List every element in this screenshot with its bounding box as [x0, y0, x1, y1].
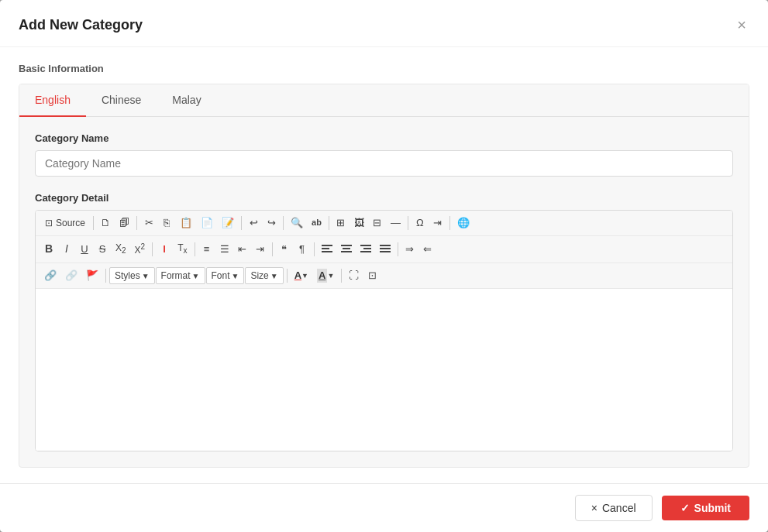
sep-11: [314, 242, 315, 256]
indent-icon: ⇥: [433, 216, 442, 230]
category-name-input[interactable]: [35, 150, 733, 177]
paste-text-button[interactable]: 📄: [197, 214, 217, 232]
unlink-icon: 🔗: [65, 269, 77, 283]
paste-button[interactable]: 📋: [176, 214, 196, 232]
hr-button[interactable]: —: [387, 214, 405, 232]
show-blocks-icon: ⊡: [368, 269, 377, 283]
align-center-icon: [341, 245, 352, 254]
link-button[interactable]: 🔗: [40, 266, 60, 285]
link-globe-button[interactable]: 🌐: [453, 214, 474, 232]
decrease-indent-button[interactable]: ⇤: [234, 240, 251, 259]
tab-english[interactable]: English: [19, 84, 86, 117]
replace-button[interactable]: ab: [308, 215, 325, 231]
source-button[interactable]: ⊡ Source: [40, 215, 90, 231]
styles-dropdown[interactable]: Styles ▼: [109, 267, 155, 284]
font-chevron-icon: ▼: [232, 272, 239, 280]
modal-header: Add New Category ×: [0, 0, 768, 47]
cut-button[interactable]: ✂: [140, 214, 157, 232]
new-doc-button[interactable]: 🗋: [97, 214, 115, 232]
svg-rect-3: [341, 245, 352, 246]
redo-icon: ↪: [267, 216, 276, 230]
paste-text-icon: 📄: [201, 216, 213, 230]
align-center-button[interactable]: [337, 242, 356, 256]
special-char-icon: Ω: [416, 216, 424, 230]
globe-icon: 🌐: [457, 216, 470, 230]
bidi-rtl-icon: ⇐: [423, 242, 432, 256]
remove-format-button[interactable]: Tx: [174, 239, 191, 259]
sep-15: [341, 269, 342, 283]
show-blocks-button[interactable]: ⊡: [363, 266, 381, 285]
sep-9: [195, 242, 195, 256]
search-icon: 🔍: [291, 216, 303, 230]
hr-icon: —: [391, 216, 401, 230]
form-icon: ⊞: [336, 216, 345, 230]
templates-button[interactable]: 🗐: [115, 214, 133, 232]
section-label: Basic Information: [19, 63, 749, 74]
redo-button[interactable]: ↪: [263, 214, 280, 232]
undo-button[interactable]: ↩: [245, 214, 262, 232]
sep-4: [283, 216, 284, 230]
cancel-button[interactable]: × Cancel: [575, 495, 653, 521]
unordered-list-button[interactable]: ☰: [216, 240, 233, 259]
indent-button[interactable]: ⇥: [429, 214, 446, 232]
bidi-ltr-button[interactable]: ⇒: [401, 240, 418, 259]
sep-3: [241, 216, 242, 230]
styles-label: Styles: [115, 270, 140, 281]
bold-button[interactable]: B: [40, 239, 57, 259]
find-button[interactable]: 🔍: [287, 214, 307, 232]
align-justify-icon: [380, 245, 391, 254]
remove-format-icon: Tx: [177, 242, 187, 256]
superscript-icon: X2: [135, 242, 146, 257]
copy-button[interactable]: ⎘: [158, 214, 175, 232]
tab-malay[interactable]: Malay: [157, 84, 216, 117]
subscript-button[interactable]: X2: [112, 239, 130, 259]
underline-button[interactable]: U: [76, 240, 93, 259]
sep-5: [329, 216, 329, 230]
italic-button[interactable]: I: [58, 239, 75, 259]
strikethrough-icon: S: [99, 242, 106, 256]
editor-content-area[interactable]: [36, 289, 732, 451]
font-dropdown[interactable]: Font ▼: [206, 267, 245, 284]
submit-button[interactable]: ✓ Submit: [662, 496, 749, 520]
highlight-button[interactable]: I: [156, 240, 173, 259]
sep-14: [287, 269, 288, 283]
table-icon: ⊟: [373, 216, 381, 230]
form-button[interactable]: ⊞: [332, 214, 350, 232]
unlink-button[interactable]: 🔗: [61, 266, 81, 285]
align-left-button[interactable]: [318, 242, 336, 256]
cut-icon: ✂: [145, 216, 153, 230]
blockquote-icon: ❝: [281, 242, 287, 256]
format-chevron-icon: ▼: [192, 272, 200, 280]
maximize-button[interactable]: ⛶: [345, 266, 363, 285]
paste-word-button[interactable]: 📝: [218, 214, 238, 232]
editor-toolbar: ⊡ Source 🗋 🗐 ✂ ⎘ 📋 📄: [36, 211, 732, 289]
highlight-icon: I: [163, 242, 166, 256]
svg-rect-1: [322, 248, 329, 249]
cancel-icon: ×: [591, 502, 598, 514]
creatediv-icon: ¶: [299, 242, 305, 256]
image-button[interactable]: 🖼: [350, 214, 368, 232]
increase-indent-button[interactable]: ⇥: [252, 240, 269, 259]
bg-color-button[interactable]: A ▼: [313, 266, 338, 285]
strikethrough-button[interactable]: S: [94, 240, 111, 259]
link-icon: 🔗: [44, 269, 57, 283]
size-dropdown[interactable]: Size ▼: [245, 267, 283, 284]
close-button[interactable]: ×: [734, 14, 749, 36]
font-color-button[interactable]: A ▼: [291, 266, 312, 285]
format-dropdown[interactable]: Format ▼: [156, 267, 205, 284]
superscript-button[interactable]: X2: [131, 239, 150, 259]
format-label: Format: [161, 270, 191, 281]
anchor-button[interactable]: 🚩: [82, 266, 102, 285]
special-char-button[interactable]: Ω: [412, 214, 429, 232]
tab-chinese[interactable]: Chinese: [86, 84, 157, 117]
blockquote-button[interactable]: ❝: [276, 240, 293, 259]
sep-6: [408, 216, 408, 230]
bidi-rtl-button[interactable]: ⇐: [419, 240, 436, 259]
ordered-list-button[interactable]: ≡: [198, 240, 215, 259]
align-justify-button[interactable]: [376, 242, 394, 256]
align-right-button[interactable]: [356, 242, 375, 256]
sep-2: [136, 216, 137, 230]
creatediv-button[interactable]: ¶: [294, 240, 311, 259]
table-button[interactable]: ⊟: [369, 214, 386, 232]
svg-rect-0: [322, 245, 332, 246]
